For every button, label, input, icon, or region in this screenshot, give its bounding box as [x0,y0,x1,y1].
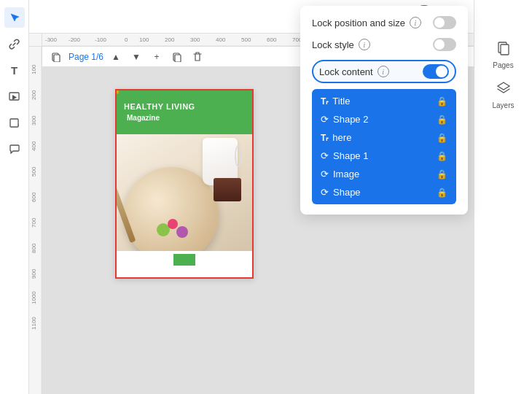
svg-text:400: 400 [216,36,226,43]
next-page-button[interactable]: ▼ [128,49,144,65]
lock-popup: Lock position and size i Lock style i Lo… [300,6,468,215]
cursor-tool[interactable] [4,7,25,28]
app-container: T › [0,0,532,394]
lock-content-info-icon[interactable]: i [378,66,389,77]
design-page[interactable]: Unlock 🔒 HEALTHY LIVING Magazine [115,89,254,279]
svg-text:›: › [17,122,19,128]
lock-content-toggle[interactable] [423,64,449,79]
layer-item-image[interactable]: ⟳ Image 🔒 [312,165,456,183]
svg-rect-11 [501,45,509,55]
left-toolbar: T › [0,0,29,394]
svg-text:100: 100 [139,36,149,43]
layer-item-shape[interactable]: ⟳ Shape 🔒 [312,183,456,201]
layers-dropdown: Tᵣ Title 🔒 ⟳ Shape 2 🔒 Tᵣ here 🔒 [312,89,456,204]
layer-item-shape2-left: ⟳ Shape 2 [321,114,368,125]
lock-content-row: Lock content i [312,60,456,83]
right-panel: Pages Layers [474,0,532,394]
svg-text:-100: -100 [95,36,107,43]
lock-style-info-icon[interactable]: i [359,39,370,50]
lock-style-toggle[interactable] [433,38,456,51]
layer-item-here[interactable]: Tᵣ here 🔒 [312,128,456,147]
svg-text:200: 200 [165,36,175,43]
image-icon: ⟳ [321,169,329,179]
lock-style-row: Lock style i [312,38,456,51]
link-tool[interactable] [4,34,25,54]
pages-label: Pages [493,61,513,69]
prev-page-button[interactable]: ▲ [108,49,124,65]
duplicate-page-button[interactable] [169,49,185,65]
svg-text:400: 400 [31,141,37,151]
comment-tool[interactable] [4,139,25,159]
ruler-corner [29,34,42,47]
text-tool[interactable]: T [4,60,25,80]
svg-text:1000: 1000 [31,291,37,304]
layer-shape2-label: Shape 2 [333,114,368,125]
layer-lock-icon-shape: 🔒 [437,188,447,198]
layer-here-label: here [332,132,351,143]
text-icon-title: Tᵣ [321,96,328,107]
layer-shape1-label: Shape 1 [333,150,368,161]
rectangle-tool[interactable]: › [4,112,25,133]
svg-text:200: 200 [31,90,37,100]
lock-style-label: Lock style i [312,39,370,50]
svg-text:0: 0 [125,36,128,43]
layer-item-title-left: Tᵣ Title [321,96,350,107]
delete-page-button[interactable] [189,49,206,65]
layer-lock-icon-shape1: 🔒 [437,151,447,161]
shape-icon-shape1: ⟳ [321,150,329,161]
page-image [117,134,252,251]
svg-text:1100: 1100 [31,317,37,330]
layer-image-label: Image [333,169,359,179]
lock-position-label: Lock position and size i [312,17,421,28]
layer-lock-icon-shape2: 🔒 [437,115,447,125]
shape-icon-shape: ⟳ [321,187,329,198]
lock-content-label: Lock content i [319,66,389,77]
layer-shape-label: Shape [333,187,361,198]
svg-text:600: 600 [267,36,277,43]
layer-lock-icon-image: 🔒 [437,169,447,179]
layer-lock-icon-here: 🔒 [437,133,447,143]
page-title: HEALTHY LIVING [124,102,245,111]
lock-position-info-icon[interactable]: i [410,17,421,28]
lock-position-toggle[interactable] [433,16,456,29]
layers-label: Layers [492,101,514,109]
ruler-left: 100 200 300 400 500 600 700 800 900 1000… [29,47,42,394]
layer-item-shape2[interactable]: ⟳ Shape 2 🔒 [312,110,456,128]
svg-text:-300: -300 [45,36,58,43]
page-footer-box [173,254,195,266]
lock-badge-icon: 🔒 [115,89,121,94]
page-label: Page 1/6 [69,52,103,62]
svg-text:900: 900 [31,269,37,279]
layer-item-image-left: ⟳ Image [321,169,359,179]
layers-icon [496,81,511,99]
copy-page-icon[interactable] [48,49,64,65]
svg-rect-41 [175,55,181,62]
svg-text:500: 500 [31,166,37,177]
layer-item-title[interactable]: Tᵣ Title 🔒 [312,92,456,110]
svg-text:500: 500 [241,36,251,43]
svg-rect-39 [54,55,60,62]
svg-marker-1 [12,95,17,100]
svg-text:300: 300 [190,36,200,43]
svg-text:700: 700 [31,217,37,228]
layers-panel-button[interactable]: Layers [482,77,525,114]
layer-item-shape1-left: ⟳ Shape 1 [321,150,368,161]
layer-lock-icon-title: 🔒 [437,96,447,107]
svg-text:-200: -200 [69,36,81,43]
page-header: HEALTHY LIVING Magazine [117,90,252,134]
svg-text:800: 800 [31,243,37,253]
layer-title-label: Title [332,96,350,107]
media-tool[interactable] [4,86,25,107]
svg-text:600: 600 [31,192,37,202]
svg-text:300: 300 [31,115,37,125]
lock-position-row: Lock position and size i [312,16,456,29]
shape-icon-shape2: ⟳ [321,114,329,125]
layer-item-shape1[interactable]: ⟳ Shape 1 🔒 [312,147,456,165]
add-page-button[interactable]: + [149,49,165,65]
layer-item-shape-left: ⟳ Shape [321,187,361,198]
layer-item-here-left: Tᵣ here [321,132,351,143]
page-subtitle: Magazine [124,112,245,123]
svg-text:100: 100 [31,64,37,74]
pages-panel-button[interactable]: Pages [482,36,525,74]
text-icon-here: Tᵣ [321,133,328,143]
